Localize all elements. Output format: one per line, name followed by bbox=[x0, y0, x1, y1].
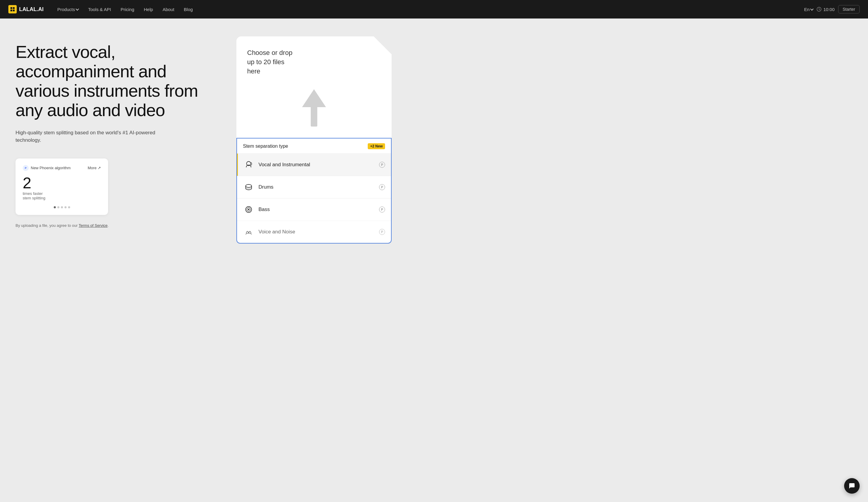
carousel-dots bbox=[23, 206, 101, 208]
nav-pricing[interactable]: Pricing bbox=[116, 4, 138, 14]
feature-card: P New Phoenix algorithm More ↗ 2 times f… bbox=[16, 158, 108, 215]
dot-5[interactable] bbox=[68, 206, 70, 208]
feature-more-link[interactable]: More ↗ bbox=[88, 166, 101, 170]
bass-icon bbox=[243, 204, 254, 215]
stem-item-drums[interactable]: Drums P bbox=[237, 176, 391, 198]
upload-section: Choose or dropup to 20 fileshere Stem se… bbox=[236, 36, 392, 243]
drums-icon bbox=[243, 181, 254, 193]
new-badge: +2 New bbox=[368, 143, 385, 149]
logo-icon bbox=[8, 5, 17, 13]
dot-3[interactable] bbox=[61, 206, 63, 208]
dot-4[interactable] bbox=[64, 206, 66, 208]
chevron-down-icon bbox=[76, 7, 79, 10]
feature-card-header: P New Phoenix algorithm More ↗ bbox=[23, 165, 101, 171]
terms-of-service-link[interactable]: Terms of Service bbox=[79, 223, 108, 228]
hero-subtitle: High-quality stem splitting based on the… bbox=[16, 129, 159, 144]
nav-right: En 10:00 Starter bbox=[804, 5, 860, 13]
main-content: Extract vocal, accompaniment and various… bbox=[0, 19, 868, 502]
stem-bass-label: Bass bbox=[258, 207, 375, 212]
hero-section: Extract vocal, accompaniment and various… bbox=[16, 36, 218, 228]
stem-panel: Stem separation type +2 New Vocal and In… bbox=[236, 138, 392, 243]
nav-links: Products Tools & API Pricing Help About … bbox=[53, 4, 804, 14]
stem-item-voice-noise[interactable]: Voice and Noise P bbox=[237, 221, 391, 243]
voice-noise-pro-badge: P bbox=[379, 229, 385, 235]
nav-tools[interactable]: Tools & API bbox=[84, 4, 115, 14]
svg-rect-1 bbox=[13, 7, 14, 9]
time-display: 10:00 bbox=[817, 7, 835, 12]
vocal-pro-badge: P bbox=[379, 162, 385, 168]
svg-rect-3 bbox=[13, 10, 14, 11]
bass-pro-badge: P bbox=[379, 207, 385, 212]
feature-description: times faster stem splitting bbox=[23, 191, 101, 200]
stem-voice-noise-label: Voice and Noise bbox=[258, 229, 375, 235]
nav-about[interactable]: About bbox=[158, 4, 178, 14]
nav-help[interactable]: Help bbox=[140, 4, 157, 14]
svg-point-9 bbox=[248, 209, 249, 210]
nav-products[interactable]: Products bbox=[53, 4, 83, 14]
nav-blog[interactable]: Blog bbox=[180, 4, 197, 14]
drop-text: Choose or dropup to 20 fileshere bbox=[247, 48, 381, 76]
phoenix-icon: P bbox=[23, 165, 29, 171]
dot-1[interactable] bbox=[54, 206, 56, 208]
terms-text: By uploading a file, you agree to our Te… bbox=[16, 223, 218, 228]
upload-panel[interactable]: Choose or dropup to 20 fileshere bbox=[236, 36, 392, 138]
logo[interactable]: LALAL.AI bbox=[8, 5, 44, 13]
svg-point-6 bbox=[246, 185, 252, 187]
stem-item-bass[interactable]: Bass P bbox=[237, 198, 391, 221]
upload-arrow-icon bbox=[302, 89, 326, 128]
voice-noise-icon bbox=[243, 226, 254, 238]
hero-title: Extract vocal, accompaniment and various… bbox=[16, 42, 218, 120]
chat-button[interactable] bbox=[844, 478, 860, 494]
drums-pro-badge: P bbox=[379, 184, 385, 190]
svg-rect-2 bbox=[10, 10, 12, 11]
stem-title: Stem separation type bbox=[243, 144, 288, 149]
stem-item-vocal[interactable]: Vocal and Instrumental P bbox=[237, 154, 391, 176]
logo-text: LALAL.AI bbox=[19, 6, 44, 12]
clock-icon bbox=[817, 7, 822, 12]
starter-button[interactable]: Starter bbox=[838, 5, 860, 13]
stem-drums-label: Drums bbox=[258, 184, 375, 190]
vocal-icon bbox=[243, 159, 254, 170]
dot-2[interactable] bbox=[57, 206, 59, 208]
navbar: LALAL.AI Products Tools & API Pricing He… bbox=[0, 0, 868, 19]
chat-icon bbox=[848, 482, 856, 490]
stem-vocal-label: Vocal and Instrumental bbox=[258, 162, 375, 168]
stem-header: Stem separation type +2 New bbox=[237, 138, 391, 154]
language-selector[interactable]: En bbox=[804, 7, 813, 12]
lang-chevron-icon bbox=[810, 7, 814, 10]
feature-card-label: P New Phoenix algorithm bbox=[23, 165, 71, 171]
svg-rect-0 bbox=[10, 7, 12, 9]
upload-arrow-area bbox=[247, 85, 381, 133]
feature-number: 2 bbox=[23, 175, 101, 191]
